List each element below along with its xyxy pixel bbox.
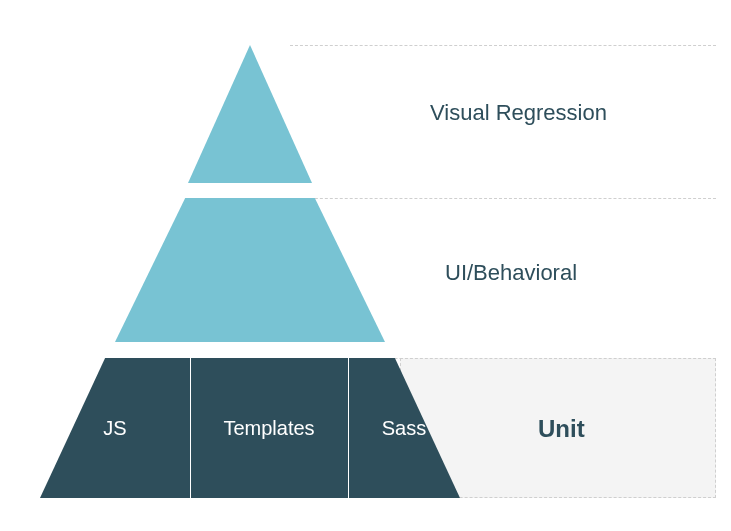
segment-label-sass: Sass (348, 417, 460, 440)
segment-label-templates: Templates (190, 417, 348, 440)
bottom-segment-labels: JS Templates Sass (40, 358, 460, 498)
pyramid-layer-top (188, 45, 312, 183)
segment-label-js: JS (40, 417, 190, 440)
divider-top (290, 45, 716, 46)
pyramid-layer-middle (115, 198, 385, 342)
testing-pyramid-diagram: JS Templates Sass Visual Regression UI/B… (0, 0, 731, 531)
layer-label-visual-regression: Visual Regression (430, 100, 607, 126)
layer-label-unit: Unit (538, 415, 585, 443)
layer-label-ui-behavioral: UI/Behavioral (445, 260, 577, 286)
